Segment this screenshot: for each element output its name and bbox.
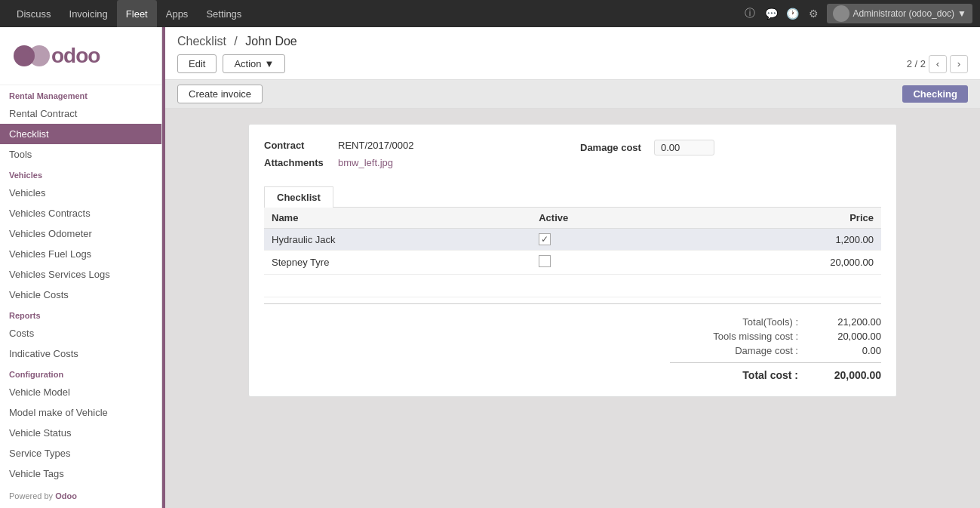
nav-fleet[interactable]: Fleet: [117, 0, 157, 27]
sidebar-item-vehicle-status[interactable]: Vehicle Status: [0, 423, 161, 443]
attachments-label: Attachments: [264, 157, 332, 168]
col-price: Price: [682, 208, 881, 229]
breadcrumb-current: John Doe: [245, 35, 297, 48]
breadcrumb-separator: /: [234, 35, 237, 48]
user-name: Administrator (odoo_doc): [853, 8, 954, 19]
edit-button[interactable]: Edit: [177, 54, 217, 73]
grand-total-label: Total cost :: [670, 369, 798, 381]
breadcrumb: Checklist / John Doe: [177, 35, 968, 48]
avatar: [833, 5, 849, 22]
empty-row: [264, 275, 881, 297]
damage-cost-total-value: 0.00: [813, 345, 881, 356]
table-row: Stepney Tyre 20,000.00: [264, 251, 881, 275]
sidebar-item-vehicle-costs[interactable]: Vehicle Costs: [0, 285, 161, 305]
sidebar-logo: odoo: [0, 27, 161, 85]
top-navigation: Discuss Invoicing Fleet Apps Settings ⓘ …: [0, 0, 980, 27]
damage-cost-total-row: Damage cost : 0.00: [670, 345, 881, 356]
create-invoice-button[interactable]: Create invoice: [177, 85, 263, 103]
svg-point-1: [29, 45, 50, 66]
tab-checklist[interactable]: Checklist: [264, 186, 333, 208]
section-rental-management: Rental Management: [0, 85, 161, 103]
sidebar-item-model-make[interactable]: Model make of Vehicle: [0, 402, 161, 423]
damage-cost-input[interactable]: 0.00: [654, 140, 714, 155]
contract-field-row: Contract RENT/2017/0002: [264, 140, 565, 151]
breadcrumb-parent[interactable]: Checklist: [177, 35, 226, 48]
nav-apps[interactable]: Apps: [157, 0, 198, 27]
chat-icon[interactable]: 💬: [763, 6, 779, 21]
nav-settings[interactable]: Settings: [197, 0, 250, 27]
sidebar-item-checklist[interactable]: Checklist: [0, 124, 161, 144]
total-tools-row: Total(Tools) : 21,200.00: [670, 316, 881, 328]
row1-active: ✓: [531, 229, 682, 251]
sidebar-item-indicative-costs[interactable]: Indicative Costs: [0, 343, 161, 364]
sidebar-item-vehicles-contracts[interactable]: Vehicles Contracts: [0, 203, 161, 223]
attachments-field-row: Attachments bmw_left.jpg: [264, 157, 565, 168]
checklist-table: Name Active Price Hydraulic Jack ✓ 1,200…: [264, 208, 881, 297]
content-header: Checklist / John Doe Edit Action ▼ 2 / 2…: [165, 27, 980, 80]
sidebar-item-vehicles-services-logs[interactable]: Vehicles Services Logs: [0, 264, 161, 285]
section-configuration: Configuration: [0, 364, 161, 382]
sidebar-item-vehicles[interactable]: Vehicles: [0, 183, 161, 203]
section-reports: Reports: [0, 305, 161, 323]
form-fields: Contract RENT/2017/0002 Attachments bmw_…: [264, 140, 881, 174]
sidebar-item-vehicle-tags[interactable]: Vehicle Tags: [0, 463, 161, 484]
missing-cost-value: 20,000.00: [813, 331, 881, 342]
sidebar-item-service-types[interactable]: Service Types: [0, 443, 161, 463]
action-button[interactable]: Action ▼: [223, 54, 285, 73]
table-row: Hydraulic Jack ✓ 1,200.00: [264, 229, 881, 251]
odoo-logo-icon: [12, 36, 51, 75]
toolbar: Edit Action ▼ 2 / 2 ‹ ›: [177, 54, 968, 79]
col-active: Active: [531, 208, 682, 229]
sidebar-item-tools[interactable]: Tools: [0, 144, 161, 165]
damage-cost-label: Damage cost: [580, 142, 648, 153]
nav-invoicing[interactable]: Invoicing: [60, 0, 117, 27]
help-icon[interactable]: ⓘ: [742, 6, 757, 21]
nav-discuss[interactable]: Discuss: [8, 0, 60, 27]
pagination: 2 / 2 ‹ ›: [907, 55, 968, 73]
action-label: Action: [234, 58, 261, 69]
prev-page-button[interactable]: ‹: [929, 55, 947, 73]
powered-by: Powered by Odoo: [0, 484, 161, 508]
sub-toolbar: Create invoice Checking: [165, 80, 980, 109]
row2-active: [531, 251, 682, 275]
sidebar-item-vehicles-fuel-logs[interactable]: Vehicles Fuel Logs: [0, 244, 161, 264]
grand-total-row: Total cost : 20,000.00: [670, 369, 881, 381]
total-divider: [670, 362, 881, 363]
status-badge: Checking: [902, 85, 968, 103]
action-dropdown-icon: ▼: [265, 58, 275, 69]
row2-price: 20,000.00: [682, 251, 881, 275]
grand-total-value: 20,000.00: [813, 369, 881, 381]
user-menu[interactable]: Administrator (odoo_doc) ▼: [827, 4, 972, 23]
form-content: Contract RENT/2017/0002 Attachments bmw_…: [165, 109, 980, 508]
totals-section: Total(Tools) : 21,200.00 Tools missing c…: [264, 316, 881, 381]
total-tools-label: Total(Tools) :: [670, 316, 798, 328]
missing-cost-label: Tools missing cost :: [670, 331, 798, 342]
odoo-logo-text: odoo: [51, 44, 100, 68]
row1-name: Hydraulic Jack: [264, 229, 531, 251]
section-vehicles: Vehicles: [0, 165, 161, 183]
form-card: Contract RENT/2017/0002 Attachments bmw_…: [248, 124, 897, 397]
checkbox-unchecked-icon[interactable]: [539, 255, 551, 267]
dropdown-icon: ▼: [957, 8, 966, 19]
checkbox-checked-icon[interactable]: ✓: [539, 233, 551, 245]
missing-cost-row: Tools missing cost : 20,000.00: [670, 331, 881, 342]
sidebar-item-vehicle-model[interactable]: Vehicle Model: [0, 382, 161, 402]
damage-cost-total-label: Damage cost :: [670, 345, 798, 356]
sidebar-item-costs[interactable]: Costs: [0, 323, 161, 343]
content-area: Checklist / John Doe Edit Action ▼ 2 / 2…: [165, 27, 980, 508]
divider: [264, 303, 881, 304]
tabs: Checklist: [264, 186, 881, 208]
next-page-button[interactable]: ›: [950, 55, 968, 73]
sidebar-item-vehicles-odometer[interactable]: Vehicles Odometer: [0, 223, 161, 244]
damage-cost-field-row: Damage cost 0.00: [580, 140, 881, 155]
total-tools-value: 21,200.00: [813, 316, 881, 328]
sidebar: odoo Rental Management Rental Contract C…: [0, 27, 162, 508]
activity-icon[interactable]: 🕐: [785, 6, 800, 21]
row1-price: 1,200.00: [682, 229, 881, 251]
col-name: Name: [264, 208, 531, 229]
sidebar-item-rental-contract[interactable]: Rental Contract: [0, 103, 161, 124]
pagination-text: 2 / 2: [907, 58, 926, 69]
settings-icon[interactable]: ⚙: [806, 6, 821, 21]
attachments-value[interactable]: bmw_left.jpg: [338, 157, 393, 168]
row2-name: Stepney Tyre: [264, 251, 531, 275]
